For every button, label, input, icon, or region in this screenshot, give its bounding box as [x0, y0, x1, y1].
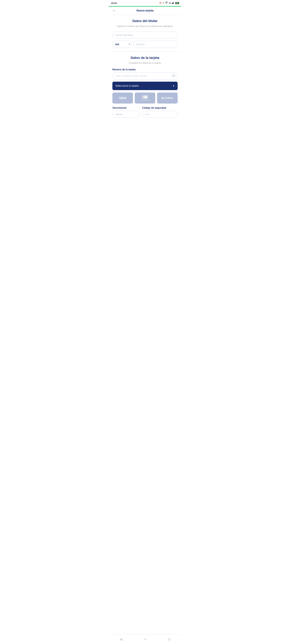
cvv-field-wrapper: Código de seguridad: [142, 106, 178, 118]
cabal-diamond-icon: [161, 97, 164, 99]
bottom-nav: ◁ ○ □: [109, 634, 181, 644]
nav-recents-button[interactable]: □: [165, 636, 173, 642]
expiry-field-wrapper: Vencimiento: [112, 106, 140, 118]
cabal-text: CABAL: [164, 97, 174, 100]
cabal-logo: CABAL: [161, 97, 174, 100]
bluetooth-icon: ✦: [163, 2, 164, 4]
dni-select[interactable]: DNI CUIT Pasaporte: [112, 41, 132, 48]
expiry-cvv-row: Vencimiento Código de seguridad: [112, 106, 178, 118]
card-brands-row: VISA mastercard: [112, 92, 178, 104]
mastercard-logo: mastercard: [141, 95, 149, 101]
card-section: Datos de la tarjeta Completá los datos d…: [109, 52, 181, 126]
mastercard-circles: [142, 95, 148, 99]
name-field-wrapper: [112, 32, 178, 39]
header: ← Nueva tarjeta: [109, 7, 181, 15]
expiry-label: Vencimiento: [112, 106, 140, 109]
main-content: Datos del titular Ingresá el nombre que …: [109, 15, 181, 634]
nav-recents-icon: □: [168, 638, 170, 641]
nav-home-button[interactable]: ○: [141, 636, 149, 642]
dni-select-wrapper: DNI CUIT Pasaporte ▾: [112, 41, 132, 48]
id-number-input[interactable]: [134, 41, 178, 48]
name-input[interactable]: [112, 32, 178, 39]
card-section-subtitle: Completá los datos de tu tarjeta.: [112, 61, 178, 65]
mastercard-brand-button[interactable]: mastercard: [135, 92, 155, 104]
eye-icon[interactable]: [172, 74, 175, 78]
svg-point-5: [173, 75, 174, 76]
status-bar: 23:51 ⏰ ✦ 4G 22: [109, 0, 181, 6]
svg-rect-7: [162, 97, 163, 98]
dni-row: DNI CUIT Pasaporte ▾: [112, 41, 178, 48]
visa-logo: VISA: [119, 96, 126, 100]
svg-rect-2: [173, 2, 174, 4]
svg-point-4: [172, 74, 175, 77]
card-number-wrapper: [112, 72, 178, 80]
battery-icon: 22: [175, 2, 179, 4]
id-number-field-wrapper: [134, 41, 178, 48]
svg-rect-1: [172, 2, 173, 4]
header-title: Nueva tarjeta: [136, 9, 153, 12]
signal-bars-icon: [172, 2, 174, 4]
holder-section-title: Datos del titular: [112, 19, 178, 23]
mastercard-text: mastercard: [141, 99, 149, 101]
svg-rect-3: [174, 2, 174, 4]
card-section-title: Datos de la tarjeta: [112, 56, 178, 60]
cvv-input[interactable]: [142, 111, 178, 118]
cabal-brand-button[interactable]: CABAL: [157, 92, 178, 104]
nav-back-button[interactable]: ◁: [117, 636, 125, 642]
visa-brand-button[interactable]: VISA: [112, 92, 133, 104]
status-icons: ⏰ ✦ 4G 22: [159, 2, 179, 4]
cvv-label: Código de seguridad: [142, 106, 178, 109]
select-card-chevron-icon: ▼: [172, 85, 175, 87]
card-number-input[interactable]: [112, 72, 178, 80]
status-time: 23:51: [111, 2, 117, 4]
svg-rect-0: [172, 3, 172, 4]
card-number-label: Número de la tarjeta: [112, 68, 178, 71]
nav-home-icon: ○: [144, 638, 146, 641]
expiry-input[interactable]: [112, 111, 140, 118]
select-card-label: Seleccioná tu tarjeta: [115, 84, 139, 88]
mc-circle-right: [144, 95, 148, 99]
holder-section-subtitle: Ingresá el nombre que figura en la tarje…: [112, 24, 178, 28]
card-number-field: Número de la tarjeta: [112, 68, 178, 80]
holder-section: Datos del titular Ingresá el nombre que …: [109, 15, 181, 52]
wifi-icon: [165, 2, 168, 4]
back-button[interactable]: ←: [111, 8, 117, 13]
alarm-icon: ⏰: [159, 2, 162, 4]
nav-back-icon: ◁: [120, 638, 122, 641]
select-card-button[interactable]: Seleccioná tu tarjeta ▼: [112, 82, 178, 90]
signal-4g: 4G: [169, 2, 171, 4]
